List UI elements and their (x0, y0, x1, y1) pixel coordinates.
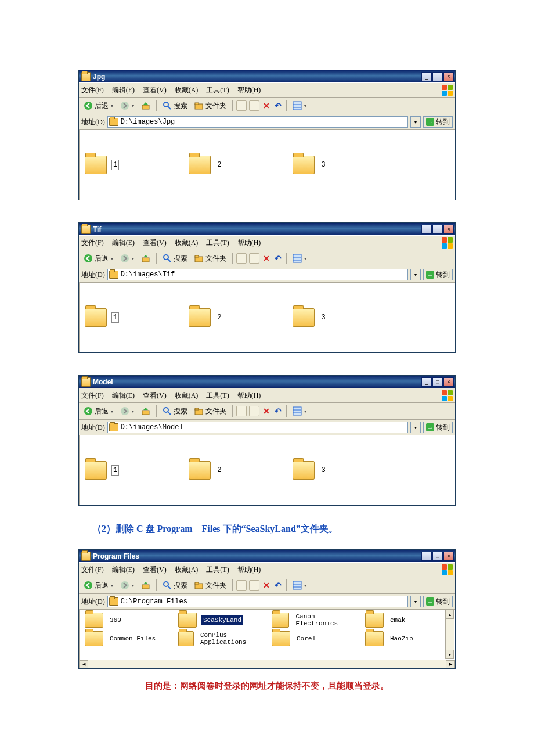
address-input[interactable]: D:\images\Tif (107, 269, 408, 280)
list-item[interactable]: ComPlus Applications (178, 631, 266, 647)
minimize-button[interactable]: _ (421, 72, 432, 81)
forward-button[interactable]: ▾ (118, 100, 136, 111)
list-item[interactable]: 2 (189, 289, 223, 347)
menu-file[interactable]: 文件(F) (81, 565, 104, 575)
list-item[interactable]: Common Files (85, 631, 172, 647)
back-button[interactable]: 后退 ▾ (81, 579, 116, 591)
folders-button[interactable]: 文件夹 (192, 405, 229, 417)
menu-edit[interactable]: 编辑(E) (112, 238, 135, 248)
undo-icon[interactable]: ↶ (273, 581, 283, 590)
list-item[interactable]: 2 (189, 136, 223, 194)
delete-icon[interactable]: ✕ (262, 581, 271, 590)
up-button[interactable] (139, 253, 153, 264)
address-input[interactable]: C:\Program Files (107, 596, 408, 607)
back-button[interactable]: 后退 ▾ (81, 100, 116, 111)
copy-to-icon[interactable] (249, 100, 259, 111)
up-button[interactable] (139, 405, 153, 417)
list-item[interactable]: SeaSkyLand (178, 612, 266, 628)
move-to-icon[interactable] (236, 580, 247, 591)
menu-file[interactable]: 文件(F) (81, 391, 104, 401)
delete-icon[interactable]: ✕ (262, 101, 271, 110)
list-item[interactable]: HaoZip (365, 631, 453, 647)
folders-button[interactable]: 文件夹 (192, 579, 229, 591)
back-button[interactable]: 后退 ▾ (81, 405, 116, 417)
titlebar[interactable]: Tif _ □ × (79, 223, 455, 235)
list-item[interactable]: cmak (365, 612, 453, 628)
list-item[interactable]: 3 (293, 136, 327, 194)
list-item[interactable]: Canon Electronics (272, 612, 359, 628)
address-dropdown[interactable]: ▾ (410, 422, 421, 433)
address-dropdown[interactable]: ▾ (410, 116, 421, 128)
menu-view[interactable]: 查看(V) (143, 565, 167, 575)
list-item[interactable]: 3 (293, 441, 327, 499)
go-button[interactable]: → 转到 (423, 116, 453, 128)
close-button[interactable]: × (443, 377, 454, 387)
menu-view[interactable]: 查看(V) (143, 85, 167, 95)
list-item[interactable]: 1 (85, 136, 119, 194)
menu-tools[interactable]: 工具(T) (206, 565, 229, 575)
titlebar[interactable]: Model _ □ × (79, 376, 455, 388)
views-button[interactable]: ▾ (290, 405, 309, 417)
views-button[interactable]: ▾ (290, 100, 309, 111)
menu-view[interactable]: 查看(V) (143, 238, 167, 248)
menu-favorites[interactable]: 收藏(A) (175, 565, 199, 575)
scroll-left-icon[interactable]: ◀ (79, 660, 88, 668)
go-button[interactable]: → 转到 (423, 596, 453, 607)
menu-file[interactable]: 文件(F) (81, 85, 104, 95)
address-input[interactable]: D:\images\Jpg (107, 116, 408, 128)
move-to-icon[interactable] (236, 253, 247, 264)
maximize-button[interactable]: □ (432, 377, 443, 387)
list-item[interactable]: 1 (85, 289, 119, 347)
list-item[interactable]: 2 (189, 441, 223, 499)
minimize-button[interactable]: _ (421, 377, 432, 387)
horizontal-scrollbar[interactable]: ◀ ▶ (79, 660, 455, 668)
up-button[interactable] (139, 100, 153, 111)
move-to-icon[interactable] (236, 100, 247, 111)
copy-to-icon[interactable] (249, 406, 259, 416)
copy-to-icon[interactable] (249, 580, 259, 591)
titlebar[interactable]: Jpg _ □ × (79, 70, 455, 82)
close-button[interactable]: × (443, 72, 454, 81)
maximize-button[interactable]: □ (432, 552, 443, 561)
menu-tools[interactable]: 工具(T) (206, 238, 229, 248)
menu-tools[interactable]: 工具(T) (206, 85, 229, 95)
search-button[interactable]: 搜索 (160, 405, 190, 417)
scroll-up-icon[interactable]: ▲ (446, 610, 454, 619)
undo-icon[interactable]: ↶ (273, 254, 283, 263)
maximize-button[interactable]: □ (432, 225, 443, 234)
folders-button[interactable]: 文件夹 (192, 253, 229, 264)
close-button[interactable]: × (443, 225, 454, 234)
vertical-scrollbar[interactable]: ▲ ▼ (445, 610, 454, 659)
menu-tools[interactable]: 工具(T) (206, 391, 229, 401)
search-button[interactable]: 搜索 (160, 579, 190, 591)
search-button[interactable]: 搜索 (160, 253, 190, 264)
scroll-right-icon[interactable]: ▶ (446, 660, 455, 668)
menu-help[interactable]: 帮助(H) (237, 238, 261, 248)
back-button[interactable]: 后退 ▾ (81, 253, 116, 264)
list-item[interactable]: 3 (293, 289, 327, 347)
undo-icon[interactable]: ↶ (273, 101, 283, 110)
views-button[interactable]: ▾ (290, 253, 309, 264)
minimize-button[interactable]: _ (421, 225, 432, 234)
list-item[interactable]: 360 (85, 612, 172, 628)
scroll-down-icon[interactable]: ▼ (446, 650, 454, 659)
list-item[interactable]: Corel (272, 631, 359, 647)
delete-icon[interactable]: ✕ (262, 254, 271, 263)
list-item[interactable]: 1 (85, 441, 119, 499)
menu-help[interactable]: 帮助(H) (237, 85, 261, 95)
menu-view[interactable]: 查看(V) (143, 391, 167, 401)
go-button[interactable]: → 转到 (423, 269, 453, 280)
forward-button[interactable]: ▾ (118, 405, 136, 417)
menu-edit[interactable]: 编辑(E) (112, 565, 135, 575)
menu-favorites[interactable]: 收藏(A) (175, 238, 199, 248)
views-button[interactable]: ▾ (290, 579, 309, 591)
menu-help[interactable]: 帮助(H) (237, 391, 261, 401)
menu-favorites[interactable]: 收藏(A) (175, 391, 199, 401)
move-to-icon[interactable] (236, 406, 247, 416)
menu-edit[interactable]: 编辑(E) (112, 391, 135, 401)
address-dropdown[interactable]: ▾ (410, 596, 421, 607)
folders-button[interactable]: 文件夹 (192, 100, 229, 111)
search-button[interactable]: 搜索 (160, 100, 190, 111)
delete-icon[interactable]: ✕ (262, 406, 271, 416)
menu-favorites[interactable]: 收藏(A) (175, 85, 199, 95)
